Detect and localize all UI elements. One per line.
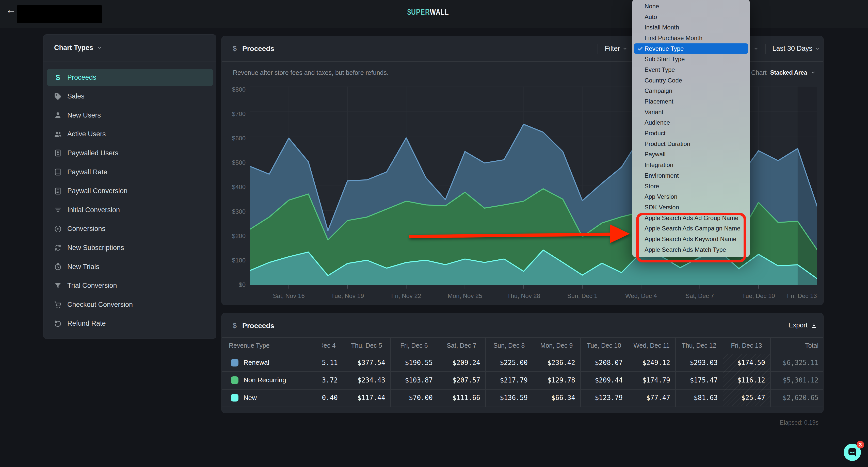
table-col-header: Thu, Dec 12 bbox=[675, 337, 723, 354]
table-col-header: Sun, Dec 8 bbox=[485, 337, 533, 354]
filter-dropdown[interactable]: Filter bbox=[604, 45, 627, 53]
sidebar-item-initial-conversion[interactable]: Initial Conversion bbox=[47, 201, 213, 219]
redacted-app-name bbox=[17, 5, 102, 23]
table-panel-title: $ Proceeds bbox=[233, 313, 274, 338]
menu-item-product-duration[interactable]: Product Duration bbox=[632, 139, 750, 149]
menu-item-campaign[interactable]: Campaign bbox=[632, 86, 750, 96]
chart-types-dropdown[interactable]: Chart Types bbox=[54, 35, 102, 61]
dollar-icon: $ bbox=[233, 322, 237, 330]
chart-type-dropdown[interactable]: Chart Stacked Area bbox=[751, 61, 816, 84]
y-axis-label: $400 bbox=[221, 184, 246, 191]
sidebar-item-conversions[interactable]: Conversions bbox=[47, 220, 213, 238]
download-icon bbox=[811, 322, 817, 329]
table-cell: $217.79 bbox=[485, 371, 533, 389]
menu-item-sdk-version[interactable]: SDK Version bbox=[632, 202, 750, 213]
y-axis-label: $300 bbox=[221, 208, 246, 215]
cycle-icon bbox=[54, 243, 62, 252]
table-cell-total: $2,620.65 bbox=[770, 389, 824, 407]
filter-lines-icon bbox=[54, 206, 62, 214]
table-col-header: Fri, Dec 6 bbox=[390, 337, 438, 354]
menu-item-country-code[interactable]: Country Code bbox=[632, 75, 750, 86]
table-col-header: Thu, Dec 5 bbox=[343, 337, 390, 354]
cart-icon bbox=[54, 300, 62, 309]
person-card-icon bbox=[54, 149, 62, 157]
table-cell: $116.12 bbox=[723, 371, 770, 389]
table-cell: $123.79 bbox=[580, 389, 628, 407]
menu-item-placement[interactable]: Placement bbox=[632, 96, 750, 107]
x-axis-label: Fri, Dec 13 bbox=[769, 292, 835, 299]
annotation-arrow bbox=[404, 221, 635, 251]
menu-item-environment[interactable]: Environment bbox=[632, 170, 750, 181]
y-axis-label: $600 bbox=[221, 135, 246, 142]
table-cell: $77.47 bbox=[628, 389, 675, 407]
broadcast-icon bbox=[54, 225, 62, 233]
menu-item-paywall[interactable]: Paywall bbox=[632, 149, 750, 160]
table-cell: $81.63 bbox=[675, 389, 723, 407]
chevron-down-icon bbox=[622, 46, 627, 51]
menu-item-audience[interactable]: Audience bbox=[632, 118, 750, 128]
sidebar-item-paywalled-users[interactable]: Paywalled Users bbox=[47, 144, 213, 162]
table-row-label: Renewal bbox=[231, 354, 269, 371]
sidebar-item-trial-conversion[interactable]: Trial Conversion bbox=[47, 277, 213, 294]
sidebar-item-proceeds[interactable]: $Proceeds bbox=[47, 69, 213, 86]
table-cell: $208.07 bbox=[580, 354, 628, 371]
menu-item-variant[interactable]: Variant bbox=[632, 107, 750, 118]
menu-item-install-month[interactable]: Install Month bbox=[632, 22, 750, 33]
y-axis-label: $100 bbox=[221, 257, 246, 264]
funnel-icon bbox=[54, 281, 62, 290]
back-arrow-icon[interactable]: ← bbox=[6, 4, 16, 16]
menu-item-app-version[interactable]: App Version bbox=[632, 191, 750, 202]
tag-icon bbox=[54, 92, 62, 101]
menu-item-revenue-type[interactable]: Revenue Type bbox=[634, 43, 748, 54]
menu-item-integration[interactable]: Integration bbox=[632, 160, 750, 170]
people-icon bbox=[54, 130, 62, 139]
series-swatch bbox=[231, 376, 239, 384]
y-axis-label: $500 bbox=[221, 159, 246, 166]
chevron-down-icon bbox=[811, 70, 816, 75]
table-row-label: New bbox=[231, 389, 257, 407]
export-button[interactable]: Export bbox=[788, 313, 817, 337]
chart-panel-title: $ Proceeds bbox=[233, 36, 274, 61]
x-axis-label: Thu, Nov 28 bbox=[491, 292, 557, 299]
table-cell: $174.50 bbox=[723, 354, 770, 371]
sidebar-item-paywall-conversion[interactable]: Paywall Conversion bbox=[47, 182, 213, 200]
divider bbox=[597, 44, 598, 54]
menu-item-none[interactable]: None bbox=[632, 1, 750, 12]
table-cell-total: $6,325.11 bbox=[770, 354, 824, 371]
series-swatch bbox=[231, 394, 239, 402]
chevron-down-icon[interactable] bbox=[753, 46, 758, 51]
date-range-dropdown[interactable]: Last 30 Days bbox=[772, 45, 820, 53]
table-cell: $207.57 bbox=[438, 371, 485, 389]
annotation-box bbox=[636, 213, 746, 262]
table-col-header: Mon, Dec 9 bbox=[533, 337, 580, 354]
sidebar-item-checkout-conversion[interactable]: Checkout Conversion bbox=[47, 296, 213, 313]
y-axis-label: $0 bbox=[221, 281, 246, 288]
sidebar-item-new-subscriptions[interactable]: New Subscriptions bbox=[47, 239, 213, 256]
series-swatch bbox=[231, 359, 239, 366]
chart-subtitle: Revenue after store fees and taxes, but … bbox=[233, 61, 389, 84]
menu-item-auto[interactable]: Auto bbox=[632, 12, 750, 22]
table-cell: $234.43 bbox=[343, 371, 390, 389]
table-col-header: Tue, Dec 10 bbox=[580, 337, 628, 354]
rotate-ccw-icon bbox=[54, 319, 62, 328]
table-cell: $174.79 bbox=[628, 371, 675, 389]
table-col-header: Sat, Dec 7 bbox=[438, 337, 485, 354]
table-cell: $175.47 bbox=[675, 371, 723, 389]
x-axis-label: Fri, Nov 22 bbox=[373, 292, 439, 299]
table-first-col-header: Revenue Type bbox=[229, 337, 270, 354]
sidebar-item-new-trials[interactable]: New Trials bbox=[47, 258, 213, 275]
menu-item-store[interactable]: Store bbox=[632, 181, 750, 192]
divider bbox=[765, 44, 766, 54]
menu-item-sub-start-type[interactable]: Sub Start Type bbox=[632, 54, 750, 64]
sidebar-item-paywall-rate[interactable]: Paywall Rate bbox=[47, 163, 213, 181]
sidebar-item-refund-rate[interactable]: Refund Rate bbox=[47, 315, 213, 332]
sidebar-item-sales[interactable]: Sales bbox=[47, 88, 213, 105]
sidebar-item-active-users[interactable]: Active Users bbox=[47, 126, 213, 143]
sidebar-item-new-users[interactable]: New Users bbox=[47, 107, 213, 124]
table-cell: $129.78 bbox=[533, 371, 580, 389]
table-col-header: Wed, Dec 11 bbox=[628, 337, 675, 354]
table-cell: $293.03 bbox=[675, 354, 723, 371]
menu-item-event-type[interactable]: Event Type bbox=[632, 64, 750, 75]
menu-item-product[interactable]: Product bbox=[632, 128, 750, 139]
menu-item-first-purchase-month[interactable]: First Purchase Month bbox=[632, 33, 750, 43]
